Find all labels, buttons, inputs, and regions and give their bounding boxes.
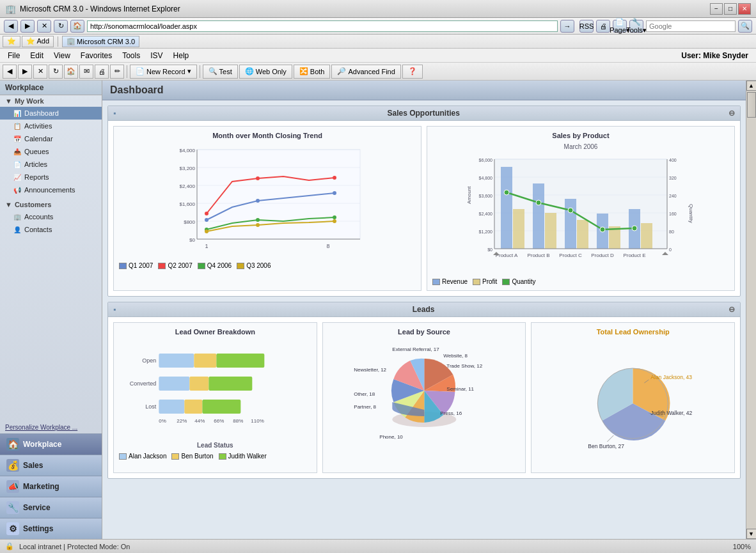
help-button[interactable]: ❓ <box>402 65 423 79</box>
scroll-thumb[interactable] <box>747 92 756 118</box>
menu-view[interactable]: View <box>49 50 75 61</box>
svg-text:Open: Open <box>142 357 156 364</box>
add-favorites-button[interactable]: ⭐ Add <box>22 36 54 47</box>
sales-expand-button[interactable]: ⊖ <box>728 109 735 118</box>
test-icon: 🔍 <box>209 67 217 75</box>
svg-text:80: 80 <box>669 230 674 234</box>
toolbar-edit[interactable]: ✏ <box>110 65 124 79</box>
search-input[interactable] <box>646 20 736 32</box>
forward-button[interactable]: ▶ <box>20 20 35 33</box>
menu-tools[interactable]: Tools <box>117 50 145 61</box>
svg-rect-51 <box>513 209 524 249</box>
nav-sales[interactable]: 💰 Sales <box>0 455 102 476</box>
svg-point-20 <box>333 176 336 180</box>
legend-color-q2 <box>158 263 166 269</box>
back-button[interactable]: ◀ <box>4 20 18 33</box>
sidebar-section-header: Workplace <box>0 81 102 95</box>
sidebar-item-reports[interactable]: 📈 Reports <box>0 171 102 183</box>
sidebar-item-queues[interactable]: 📥 Queues <box>0 145 102 158</box>
stop-button[interactable]: ✕ <box>37 20 51 33</box>
content-area: Dashboard ▪ Sales Opportunities ⊖ Month … <box>102 81 746 539</box>
toolbar-home[interactable]: 🏠 <box>64 65 78 79</box>
toolbar-stop[interactable]: ✕ <box>33 65 47 79</box>
content-body[interactable]: ▪ Sales Opportunities ⊖ Month over Month… <box>102 100 746 539</box>
address-input[interactable] <box>87 20 558 32</box>
svg-text:Product E: Product E <box>623 253 645 258</box>
main-scrollbar[interactable]: ▲ ▼ <box>746 81 756 539</box>
rss-button[interactable]: RSS <box>579 20 594 33</box>
home-button[interactable]: 🏠 <box>70 20 84 33</box>
sidebar: Workplace ▼ My Work 📊 Dashboard 📋 Activi… <box>0 81 102 539</box>
sales-by-product-title: Sales by Product <box>432 132 729 139</box>
svg-text:Trade Show, 12: Trade Show, 12 <box>446 363 482 369</box>
sidebar-item-announcements[interactable]: 📢 Announcements <box>0 183 102 196</box>
sidebar-item-dashboard[interactable]: 📊 Dashboard <box>0 107 102 120</box>
test-button[interactable]: 🔍 Test <box>203 65 238 79</box>
new-record-dropdown-icon: ▾ <box>187 67 191 75</box>
lead-by-source-title: Lead by Source <box>328 328 521 336</box>
menu-edit[interactable]: Edit <box>25 50 49 61</box>
sales-by-product-legend: Revenue Profit Quantity <box>432 278 729 285</box>
print-button[interactable]: 🖨 <box>596 20 610 33</box>
sales-opportunities-section: ▪ Sales Opportunities ⊖ Month over Month… <box>107 105 741 297</box>
scroll-down-arrow[interactable]: ▼ <box>746 529 757 539</box>
svg-point-24 <box>205 230 209 233</box>
total-lead-ownership-svg: Alan Jackson, 43 Judith Walker, 42 Ben B… <box>537 339 729 467</box>
scroll-up-arrow[interactable]: ▲ <box>746 81 757 91</box>
legend-color-ben <box>171 453 179 460</box>
sales-nav-icon: 💰 <box>6 459 19 472</box>
menu-favorites[interactable]: Favorites <box>75 50 117 61</box>
nav-settings[interactable]: ⚙ Settings <box>0 518 102 539</box>
maximize-button[interactable]: □ <box>724 3 737 15</box>
main-toolbar: ◀ ▶ ✕ ↻ 🏠 ✉ 🖨 ✏ 📄 New Record ▾ 🔍 Test 🌐 … <box>0 63 756 81</box>
svg-text:$800: $800 <box>184 219 195 225</box>
menu-help[interactable]: Help <box>168 50 194 61</box>
svg-text:$1,200: $1,200 <box>479 230 493 234</box>
web-only-button[interactable]: 🌐 Web Only <box>239 65 292 79</box>
nav-service[interactable]: 🔧 Service <box>0 497 102 518</box>
svg-rect-82 <box>189 377 209 391</box>
toolbar-forward[interactable]: ▶ <box>18 65 32 79</box>
svg-text:Other, 18: Other, 18 <box>354 391 375 397</box>
lock-icon: 🔒 <box>5 542 14 550</box>
svg-text:Judith Walker, 42: Judith Walker, 42 <box>651 410 693 416</box>
toolbar-back[interactable]: ◀ <box>3 65 17 79</box>
svg-text:400: 400 <box>669 158 677 162</box>
sales-by-product-svg: $6,000 $4,800 $3,600 $2,400 $1,200 $0 40… <box>432 153 729 274</box>
leads-expand-button[interactable]: ⊖ <box>728 305 735 314</box>
page-button[interactable]: 📄 Page▾ <box>613 20 627 33</box>
svg-point-63 <box>600 227 605 232</box>
sidebar-item-accounts[interactable]: 🏢 Accounts <box>0 210 102 223</box>
toolbar-email[interactable]: ✉ <box>79 65 93 79</box>
nav-marketing[interactable]: 📣 Marketing <box>0 476 102 497</box>
leads-section-dot: ▪ <box>113 305 116 314</box>
menu-isv[interactable]: ISV <box>145 50 168 61</box>
close-button[interactable]: ✕ <box>738 3 751 15</box>
personalize-link[interactable]: Personalize Workplace ... <box>0 421 102 433</box>
sidebar-item-contacts[interactable]: 👤 Contacts <box>0 223 102 236</box>
toolbar-refresh[interactable]: ↻ <box>49 65 63 79</box>
minimize-button[interactable]: − <box>710 3 723 15</box>
search-button[interactable]: 🔍 <box>738 20 752 33</box>
tools-button[interactable]: 🔧 Tools▾ <box>629 20 643 33</box>
reports-icon: 📈 <box>13 173 22 182</box>
sidebar-item-calendar[interactable]: 📅 Calendar <box>0 132 102 145</box>
new-record-button[interactable]: 📄 New Record ▾ <box>130 65 197 79</box>
sidebar-item-activities[interactable]: 📋 Activities <box>0 120 102 132</box>
both-button[interactable]: 🔀 Both <box>294 65 331 79</box>
toolbar-print[interactable]: 🖨 <box>95 65 109 79</box>
customers-group[interactable]: ▼ Customers <box>0 199 102 210</box>
nav-workplace[interactable]: 🏠 Workplace <box>0 433 102 455</box>
refresh-button[interactable]: ↻ <box>54 20 68 33</box>
my-work-group[interactable]: ▼ My Work <box>0 95 102 107</box>
advanced-find-button[interactable]: 🔎 Advanced Find <box>331 65 400 79</box>
sidebar-item-articles[interactable]: 📄 Articles <box>0 158 102 171</box>
go-button[interactable]: → <box>560 20 574 33</box>
svg-text:Lost: Lost <box>145 403 157 410</box>
lead-by-source-chart: Lead by Source <box>322 322 526 473</box>
tab-crm[interactable]: 🏢 Microsoft CRM 3.0 <box>62 36 139 47</box>
svg-point-26 <box>333 219 336 223</box>
favorites-star-button[interactable]: ⭐ <box>3 36 20 47</box>
activities-icon: 📋 <box>13 121 22 130</box>
menu-file[interactable]: File <box>3 50 25 61</box>
